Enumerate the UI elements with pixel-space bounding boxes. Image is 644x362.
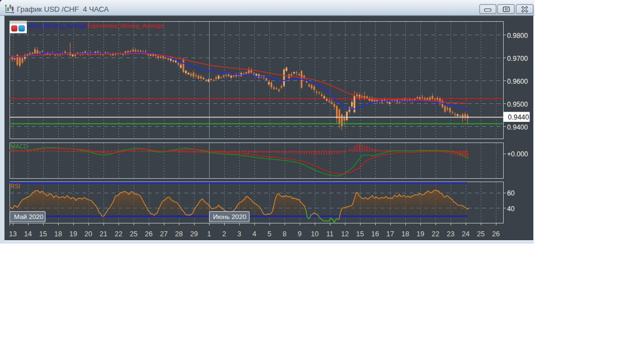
svg-text:18: 18 xyxy=(401,230,409,238)
svg-text:25: 25 xyxy=(477,230,485,238)
svg-text:19: 19 xyxy=(69,230,77,238)
svg-text:26: 26 xyxy=(145,230,153,238)
svg-text:0.9600: 0.9600 xyxy=(507,78,528,85)
svg-text:23: 23 xyxy=(447,230,454,238)
svg-text:15: 15 xyxy=(356,230,364,238)
svg-text:18: 18 xyxy=(54,230,62,238)
svg-text:0.9800: 0.9800 xyxy=(507,32,528,40)
svg-text:11: 11 xyxy=(326,230,333,238)
svg-text:1: 1 xyxy=(207,230,211,238)
svg-text:Май 2020: Май 2020 xyxy=(14,213,44,221)
svg-text:0.9440: 0.9440 xyxy=(508,113,529,121)
svg-text:2: 2 xyxy=(222,230,226,238)
svg-text:19: 19 xyxy=(416,230,424,238)
svg-text:9: 9 xyxy=(297,230,301,238)
svg-text:14: 14 xyxy=(24,230,32,238)
svg-text:60: 60 xyxy=(507,189,515,197)
svg-text:Июнь 2020: Июнь 2020 xyxy=(213,213,247,221)
svg-text:+0.000: +0.000 xyxy=(507,150,528,158)
svg-text:13: 13 xyxy=(9,230,17,238)
svg-text:25: 25 xyxy=(130,230,138,238)
svg-text:MACD: MACD xyxy=(11,143,29,150)
svg-text:10: 10 xyxy=(311,230,319,238)
svg-text:0.9400: 0.9400 xyxy=(507,123,528,131)
svg-text:ential_Moving_Average: ential_Moving_Average xyxy=(27,22,88,29)
svg-text:26: 26 xyxy=(492,230,500,238)
svg-text:20: 20 xyxy=(84,230,92,238)
svg-text:3: 3 xyxy=(237,230,241,238)
svg-text:0.9700: 0.9700 xyxy=(507,55,528,63)
svg-text:8: 8 xyxy=(282,230,286,238)
svg-text:40: 40 xyxy=(507,205,515,213)
svg-text:21: 21 xyxy=(100,230,107,238)
svg-text:4: 4 xyxy=(252,230,256,238)
svg-text:22: 22 xyxy=(115,230,122,238)
svg-text:12: 12 xyxy=(341,230,349,238)
svg-text:0.9500: 0.9500 xyxy=(507,101,528,108)
svg-text:24: 24 xyxy=(462,230,470,238)
svg-text:17: 17 xyxy=(386,230,394,238)
svg-text:22: 22 xyxy=(432,230,439,238)
svg-text:График USD /CHF 4 ЧАСА: График USD /CHF 4 ЧАСА xyxy=(17,5,109,13)
svg-text:Exponential_Moving_Average: Exponential_Moving_Average xyxy=(87,22,164,29)
svg-text:15: 15 xyxy=(39,230,47,238)
svg-text:RSI: RSI xyxy=(11,183,21,189)
svg-text:5: 5 xyxy=(267,230,271,238)
svg-text:28: 28 xyxy=(175,230,183,238)
svg-text:16: 16 xyxy=(371,230,379,238)
svg-text:29: 29 xyxy=(190,230,198,238)
svg-text:27: 27 xyxy=(160,230,168,238)
